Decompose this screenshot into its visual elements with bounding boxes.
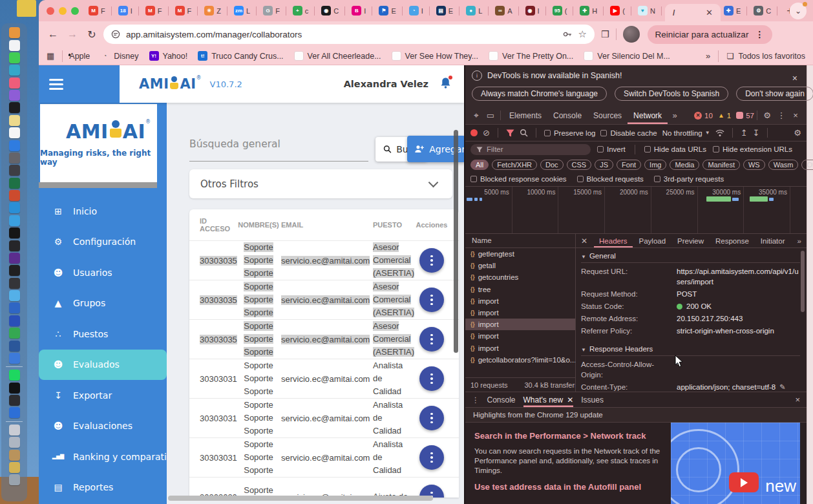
error-count[interactable]: 10 xyxy=(704,112,713,120)
dock-podcasts[interactable] xyxy=(9,90,20,101)
section-header-general[interactable]: ▼General xyxy=(581,249,800,263)
throttling-dropdown[interactable]: No throttling▼ xyxy=(662,129,710,137)
dock-photos-app[interactable] xyxy=(9,240,20,251)
drawer-menu-icon[interactable]: ⋮ xyxy=(472,395,480,404)
sidebar-item-ranking-y-comparativos[interactable]: ▂▅▇Ranking y comparativos xyxy=(39,441,167,472)
invert-checkbox[interactable]: Invert xyxy=(597,145,626,153)
browser-tab[interactable]: ●L xyxy=(463,0,492,21)
type-chip-js[interactable]: JS xyxy=(595,160,613,170)
type-chip-other[interactable]: Other xyxy=(801,160,813,170)
all-bookmarks-button[interactable]: ❏ Todos los favoritos xyxy=(726,51,805,61)
dock-camera[interactable] xyxy=(9,165,20,176)
details-scrollbar[interactable] xyxy=(801,251,805,312)
dock-folder-3[interactable] xyxy=(9,450,20,461)
section-header-response-headers[interactable]: ▼Response Headers xyxy=(581,342,800,356)
drawer-close-icon[interactable]: × xyxy=(795,395,800,404)
warning-icon[interactable]: ▲ xyxy=(718,112,724,119)
sidebar-item-exportar[interactable]: ↧Exportar xyxy=(39,380,167,411)
browser-tab[interactable]: ◉C xyxy=(318,0,348,21)
dock-contacts[interactable] xyxy=(9,302,20,313)
browser-tab[interactable]: ✚E xyxy=(721,0,750,21)
type-chip-doc[interactable]: Doc xyxy=(540,160,564,170)
row-actions-button[interactable] xyxy=(419,327,444,352)
type-chip-css[interactable]: CSS xyxy=(567,160,592,170)
bookmark-item[interactable]: Ver The Pretty On... xyxy=(489,51,573,61)
dock-dark-app-2[interactable] xyxy=(9,278,20,289)
devtools-close-icon[interactable]: × xyxy=(788,110,803,120)
network-request-row[interactable]: {}getlengtest xyxy=(465,248,575,260)
apps-grid-icon[interactable]: ▦ xyxy=(47,51,54,61)
dock-notes-list[interactable] xyxy=(9,40,20,51)
sidebar-item-reportes[interactable]: ▤Reportes xyxy=(39,472,167,503)
drawer-tab-close-icon[interactable]: ✕ xyxy=(567,395,573,404)
bookmark-item[interactable]: Y!Yahoo! xyxy=(149,51,188,61)
back-button[interactable]: ← xyxy=(45,28,61,40)
network-search-icon[interactable] xyxy=(520,129,528,137)
forward-button[interactable]: → xyxy=(65,28,80,40)
sidebar-scrollbar[interactable] xyxy=(39,182,157,188)
dock-folder-1[interactable] xyxy=(9,425,20,436)
browser-tab[interactable]: ⚙C xyxy=(750,0,781,21)
next-article-title[interactable]: Use test address data in the Autofill pa… xyxy=(474,482,663,492)
browser-tab[interactable]: 18I xyxy=(115,0,142,21)
network-request-row[interactable]: {}getcollaborators?limit=10&o... xyxy=(465,354,575,366)
browser-tab[interactable]: ◔I xyxy=(406,0,433,21)
network-request-row[interactable]: {}import xyxy=(465,307,575,319)
details-tab-response[interactable]: Response xyxy=(710,234,754,247)
notifications-bell-icon[interactable] xyxy=(440,77,451,92)
checkbox-blocked-response-cookies[interactable]: Blocked response cookies xyxy=(470,175,567,183)
details-tab-preview[interactable]: Preview xyxy=(672,234,709,247)
side-panel-icon[interactable]: ❒ xyxy=(601,29,609,39)
dock-powerpoint[interactable] xyxy=(9,190,20,201)
active-tab[interactable]: /✕ xyxy=(665,4,721,21)
other-filters-expander[interactable]: Otros Filtros xyxy=(189,169,452,198)
drawer-tab-console[interactable]: Console xyxy=(487,392,516,407)
sidebar-item-configuraci-n[interactable]: ⚙Configuración xyxy=(39,227,167,258)
banner-close-icon[interactable]: × xyxy=(792,73,797,83)
dock-safari[interactable] xyxy=(9,215,20,226)
youtube-play-icon[interactable] xyxy=(729,472,759,492)
address-bar[interactable]: app.amitaisystem.com/manager/collaborato… xyxy=(103,25,595,44)
banner-button[interactable]: Switch DevTools to Spanish xyxy=(615,87,728,101)
network-request-row[interactable]: {}getcountries xyxy=(465,271,575,283)
type-chip-font[interactable]: Font xyxy=(617,160,641,170)
current-user-name[interactable]: Alexandra Velez xyxy=(344,79,428,89)
preserve-log-checkbox[interactable]: Preserve log xyxy=(544,129,596,137)
type-chip-fetch-xhr[interactable]: Fetch/XHR xyxy=(492,160,537,170)
network-overview-timeline[interactable]: 5000 ms10000 ms15000 ms20000 ms25000 ms3… xyxy=(465,187,807,234)
row-actions-button[interactable] xyxy=(419,406,444,430)
dock-trash[interactable] xyxy=(9,474,20,485)
details-tab-payload[interactable]: Payload xyxy=(634,234,671,247)
clear-network-log-icon[interactable]: ⊘ xyxy=(483,128,490,138)
issues-count[interactable]: 57 xyxy=(746,112,754,120)
bookmarks-overflow-button[interactable]: » xyxy=(706,51,710,61)
sidebar-item-evaluaciones[interactable]: ☻Evaluaciones xyxy=(39,411,167,442)
minimize-window-button[interactable] xyxy=(59,7,67,15)
dock-word[interactable] xyxy=(9,341,20,352)
name-column-header[interactable]: Name xyxy=(465,234,575,248)
dock-apple-tv[interactable] xyxy=(9,102,20,113)
type-chip-wasm[interactable]: Wasm xyxy=(768,160,799,170)
bookmark-item[interactable]: Ver Silencio Del M... xyxy=(584,51,670,61)
whats-new-video-thumbnail[interactable]: new xyxy=(671,423,800,504)
type-chip-img[interactable]: Img xyxy=(644,160,666,170)
checkbox--rd-party-requests[interactable]: 3rd-party requests xyxy=(654,175,724,183)
dock-messages[interactable] xyxy=(9,52,20,63)
dock-telegram[interactable] xyxy=(9,290,20,301)
dock-spotify[interactable] xyxy=(9,370,20,381)
panel-tab-console[interactable]: Console xyxy=(547,107,587,124)
details-tab-initiator[interactable]: Initiator xyxy=(755,234,790,247)
details-more-tabs-icon[interactable]: » xyxy=(797,237,801,245)
more-panels-icon[interactable]: » xyxy=(668,110,682,120)
bookmark-item[interactable]: ◔Disney xyxy=(100,51,138,61)
network-request-row[interactable]: {}import xyxy=(465,295,575,307)
dock-dark-oval-app[interactable] xyxy=(9,383,20,394)
browser-tab[interactable]: 95( xyxy=(549,0,577,21)
drawer-tab-what-s-new[interactable]: What's new✕ xyxy=(523,392,574,407)
error-badge-icon[interactable]: ✕ xyxy=(694,112,702,120)
site-settings-icon[interactable] xyxy=(111,30,120,39)
dock-mail[interactable] xyxy=(9,315,20,326)
sidebar-item-inicio[interactable]: ⊞Inicio xyxy=(39,196,167,227)
browser-tab[interactable]: ✳Z xyxy=(201,0,231,21)
article-title[interactable]: Search in the Performance > Network trac… xyxy=(474,431,663,441)
